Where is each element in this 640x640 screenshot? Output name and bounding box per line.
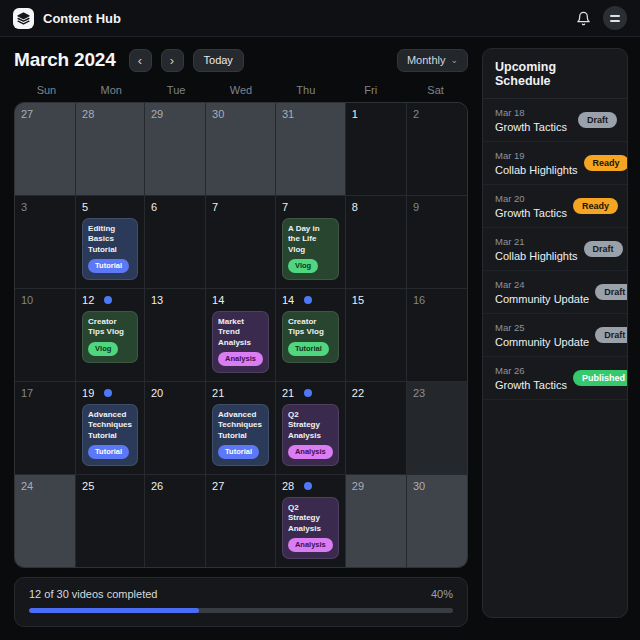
event-card[interactable]: Q2 Strategy AnalysisAnalysis [282,497,339,559]
calendar-day-cell[interactable]: 13 [145,289,205,381]
layers-icon [17,12,30,25]
month-title: March 2024 [14,49,116,71]
calendar-day-cell[interactable]: 26 [145,475,205,567]
event-title: Q2 Strategy Analysis [288,410,333,441]
day-of-week-header: Thu [273,84,338,96]
day-of-week-header: Fri [338,84,403,96]
calendar-day-cell[interactable]: 12Creator Tips VlogVlog [76,289,144,381]
appbar-actions [571,6,627,30]
schedule-item-title: Community Update [495,336,589,348]
day-number: 2 [413,108,419,120]
event-card[interactable]: Creator Tips VlogVlog [82,311,138,363]
schedule-item-date: Mar 19 [495,150,578,161]
calendar-day-cell[interactable]: 7A Day in the Life VlogVlog [276,196,345,288]
schedule-item-title: Community Update [495,293,589,305]
calendar-day-cell[interactable]: 29 [145,103,205,195]
menu-button[interactable] [603,6,627,30]
schedule-item-date: Mar 25 [495,322,589,333]
calendar-day-cell[interactable]: 25 [76,475,144,567]
calendar-day-cell[interactable]: 31 [276,103,345,195]
schedule-list-item[interactable]: Mar 20Growth TacticsReady [483,185,627,228]
day-number: 19 [82,387,94,399]
next-month-button[interactable]: › [161,49,184,72]
calendar-day-cell[interactable]: 21Q2 Strategy AnalysisAnalysis [276,382,345,474]
schedule-list-item[interactable]: Mar 25Community UpdateDraft [483,314,627,357]
view-mode-dropdown[interactable]: Monthly ⌄ [397,49,468,72]
calendar-day-cell[interactable]: 30 [206,103,275,195]
day-number: 24 [21,480,33,492]
calendar-day-cell[interactable]: 24 [15,475,75,567]
schedule-list-item[interactable]: Mar 24Community UpdateDraft [483,271,627,314]
event-card[interactable]: A Day in the Life VlogVlog [282,218,339,280]
calendar-day-cell[interactable]: 28 [76,103,144,195]
event-tag-badge: Analysis [288,538,333,552]
calendar-day-cell[interactable]: 10 [15,289,75,381]
event-card[interactable]: Creator Tips VlogTutorial [282,311,339,363]
event-tag-badge: Vlog [288,259,318,273]
calendar-day-cell[interactable]: 7 [206,196,275,288]
event-card[interactable]: Q2 Strategy AnalysisAnalysis [282,404,339,466]
calendar-day-cell[interactable]: 9 [407,196,467,288]
event-tag-badge: Analysis [218,352,263,366]
calendar-day-cell[interactable]: 16 [407,289,467,381]
event-title: Q2 Strategy Analysis [288,503,333,534]
event-tag-badge: Tutorial [88,445,129,459]
day-number: 28 [282,480,294,492]
event-title: Market Trend Analysis [218,317,263,348]
event-card[interactable]: Editing Basics TutorialTutorial [82,218,138,280]
event-card[interactable]: Advanced Techniques TutorialTutorial [212,404,269,466]
calendar-day-cell[interactable]: 28Q2 Strategy AnalysisAnalysis [276,475,345,567]
calendar-day-cell[interactable]: 19Advanced Techniques TutorialTutorial [76,382,144,474]
schedule-item-title: Collab Highlights [495,164,578,176]
status-badge: Draft [578,112,617,128]
calendar-day-cell[interactable]: 3 [15,196,75,288]
upcoming-schedule-panel: Upcoming Schedule Mar 18Growth TacticsDr… [482,48,628,618]
day-number: 9 [413,201,419,213]
calendar-day-cell[interactable]: 15 [346,289,406,381]
calendar-day-cell[interactable]: 6 [145,196,205,288]
day-number: 30 [212,108,224,120]
calendar-day-cell[interactable]: 30 [407,475,467,567]
view-mode-label: Monthly [407,54,446,66]
calendar-day-cell[interactable]: 22 [346,382,406,474]
calendar-day-cell[interactable]: 21Advanced Techniques TutorialTutorial [206,382,275,474]
schedule-list-item[interactable]: Mar 26Growth TacticsPublished [483,357,627,400]
calendar-day-cell[interactable]: 8 [346,196,406,288]
day-number: 14 [282,294,294,306]
calendar-day-cell[interactable]: 5Editing Basics TutorialTutorial [76,196,144,288]
calendar-day-cell[interactable]: 17 [15,382,75,474]
calendar-day-cell[interactable]: 14Creator Tips VlogTutorial [276,289,345,381]
day-number: 23 [413,387,425,399]
schedule-item-text: Mar 19Collab Highlights [495,150,578,176]
calendar-day-cell[interactable]: 23 [407,382,467,474]
calendar-day-cell[interactable]: 20 [145,382,205,474]
scheduled-dot-indicator [304,296,312,304]
progress-label: 12 of 30 videos completed [29,588,157,600]
schedule-list-item[interactable]: Mar 21Collab HighlightsDraft [483,228,627,271]
calendar-day-cell[interactable]: 27 [206,475,275,567]
sidebar-title: Upcoming Schedule [483,49,627,99]
hamburger-icon [610,15,620,17]
notifications-button[interactable] [571,6,595,30]
event-card[interactable]: Market Trend AnalysisAnalysis [212,311,269,373]
calendar-day-cell[interactable]: 14Market Trend AnalysisAnalysis [206,289,275,381]
calendar-day-cell[interactable]: 27 [15,103,75,195]
today-button[interactable]: Today [193,49,244,72]
day-number: 10 [21,294,33,306]
schedule-list-item[interactable]: Mar 18Growth TacticsDraft [483,99,627,142]
day-number: 28 [82,108,94,120]
app-header: Content Hub [0,0,640,37]
scheduled-dot-indicator [304,389,312,397]
schedule-item-date: Mar 26 [495,365,567,376]
schedule-item-date: Mar 21 [495,236,578,247]
calendar-day-cell[interactable]: 29 [346,475,406,567]
schedule-list-item[interactable]: Mar 19Collab HighlightsReady [483,142,627,185]
event-card[interactable]: Advanced Techniques TutorialTutorial [82,404,138,466]
day-of-week-header-row: SunMonTueWedThuFriSat [14,84,468,96]
calendar-day-cell[interactable]: 2 [407,103,467,195]
prev-month-button[interactable]: ‹ [129,49,152,72]
schedule-item-text: Mar 20Growth Tactics [495,193,567,219]
sidebar-list: Mar 18Growth TacticsDraftMar 19Collab Hi… [483,99,627,400]
day-number: 25 [82,480,94,492]
calendar-day-cell[interactable]: 1 [346,103,406,195]
